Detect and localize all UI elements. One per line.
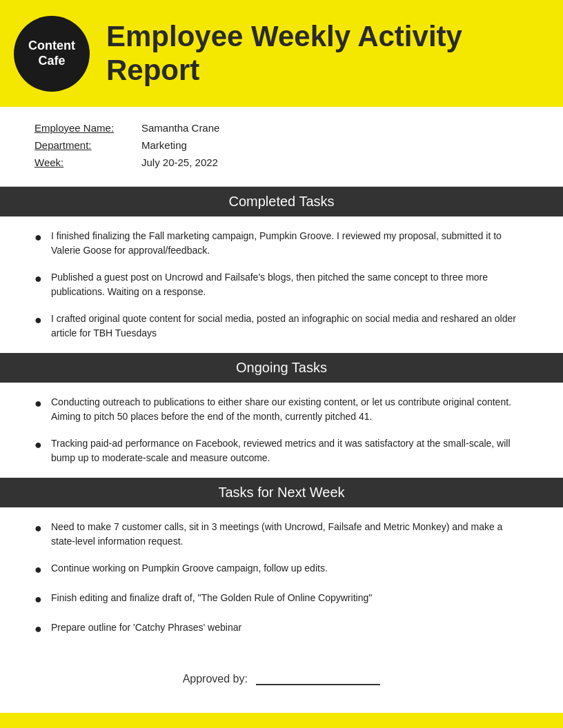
list-item-text: Prepare outline for 'Catchy Phrases' web… bbox=[51, 620, 241, 635]
bullet-icon: ● bbox=[34, 229, 48, 246]
ongoing-tasks-header: Ongoing Tasks bbox=[0, 353, 563, 383]
list-item: ●I finished finalizing the Fall marketin… bbox=[34, 229, 529, 258]
employee-name-value: Samantha Crane bbox=[141, 122, 219, 134]
next-week-tasks-list: ●Need to make 7 customer calls, sit in 3… bbox=[0, 507, 563, 651]
next-week-tasks-header: Tasks for Next Week bbox=[0, 478, 563, 507]
employee-name-label: Employee Name: bbox=[34, 122, 141, 134]
list-item: ●Continue working on Pumpkin Groove camp… bbox=[34, 561, 529, 578]
bullet-icon: ● bbox=[34, 270, 48, 287]
list-item-text: I finished finalizing the Fall marketing… bbox=[51, 229, 529, 258]
bullet-icon: ● bbox=[34, 436, 48, 454]
list-item-text: Need to make 7 customer calls, sit in 3 … bbox=[51, 520, 529, 549]
page-header: ContentCafe Employee Weekly Activity Rep… bbox=[0, 0, 563, 107]
completed-tasks-header: Completed Tasks bbox=[0, 187, 563, 216]
list-item: ●Prepare outline for 'Catchy Phrases' we… bbox=[34, 620, 529, 638]
bullet-icon: ● bbox=[34, 591, 48, 608]
approved-label: Approved by: bbox=[183, 673, 248, 685]
bullet-icon: ● bbox=[34, 620, 48, 638]
bullet-icon: ● bbox=[34, 520, 48, 537]
list-item-text: I crafted original quote content for soc… bbox=[51, 312, 529, 341]
bottom-yellow-bar bbox=[0, 713, 563, 728]
department-row: Department: Marketing bbox=[34, 139, 529, 151]
company-logo: ContentCafe bbox=[14, 16, 90, 92]
approved-section: Approved by: bbox=[0, 651, 563, 713]
list-item-text: Conducting outreach to publications to e… bbox=[51, 395, 529, 424]
bullet-icon: ● bbox=[34, 312, 48, 329]
ongoing-tasks-list: ●Conducting outreach to publications to … bbox=[0, 383, 563, 478]
list-item: ●Published a guest post on Uncrowd and F… bbox=[34, 270, 529, 299]
week-row: Week: July 20-25, 2022 bbox=[34, 156, 529, 168]
department-label: Department: bbox=[34, 139, 141, 151]
bullet-icon: ● bbox=[34, 395, 48, 412]
employee-info-section: Employee Name: Samantha Crane Department… bbox=[0, 107, 563, 187]
list-item: ●Tracking paid-ad performance on Faceboo… bbox=[34, 436, 529, 465]
week-value: July 20-25, 2022 bbox=[141, 156, 218, 168]
report-title: Employee Weekly Activity Report bbox=[106, 20, 542, 87]
list-item-text: Published a guest post on Uncrowd and Fa… bbox=[51, 270, 529, 299]
list-item-text: Tracking paid-ad performance on Facebook… bbox=[51, 436, 529, 465]
completed-tasks-list: ●I finished finalizing the Fall marketin… bbox=[0, 216, 563, 353]
department-value: Marketing bbox=[141, 139, 187, 151]
list-item: ●Need to make 7 customer calls, sit in 3… bbox=[34, 520, 529, 549]
list-item-text: Continue working on Pumpkin Groove campa… bbox=[51, 561, 328, 576]
logo-text: ContentCafe bbox=[28, 39, 75, 68]
list-item: ●Conducting outreach to publications to … bbox=[34, 395, 529, 424]
week-label: Week: bbox=[34, 156, 141, 168]
list-item: ●I crafted original quote content for so… bbox=[34, 312, 529, 341]
bullet-icon: ● bbox=[34, 561, 48, 578]
approved-line bbox=[256, 671, 380, 685]
list-item-text: Finish editing and finalize draft of, "T… bbox=[51, 591, 372, 605]
employee-name-row: Employee Name: Samantha Crane bbox=[34, 122, 529, 134]
list-item: ●Finish editing and finalize draft of, "… bbox=[34, 591, 529, 608]
